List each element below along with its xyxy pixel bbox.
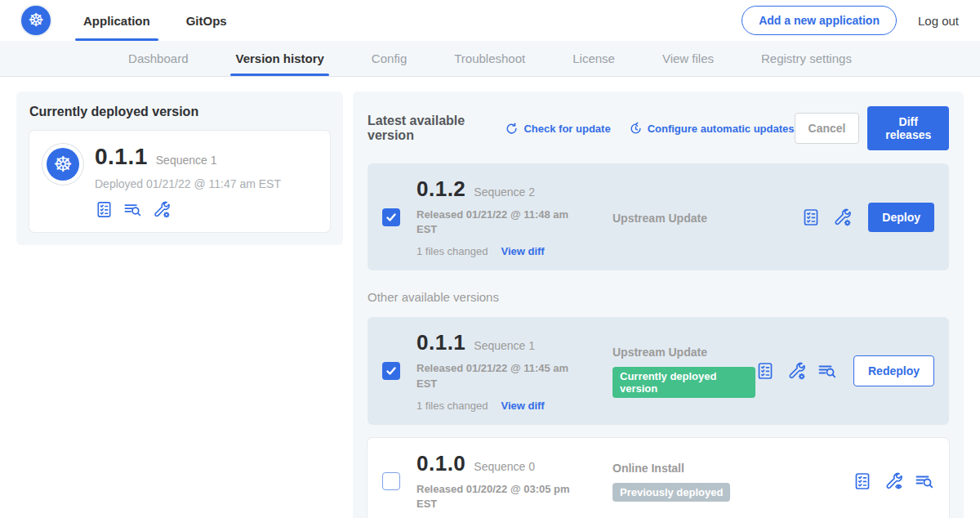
app-sub-nav: DashboardVersion historyConfigTroublesho… bbox=[0, 41, 980, 77]
other-available-versions-title: Other available versions bbox=[368, 290, 949, 304]
version-status-badge: Previously deployed bbox=[612, 483, 730, 502]
tab-dashboard[interactable]: Dashboard bbox=[128, 41, 188, 76]
tab-registry-settings[interactable]: Registry settings bbox=[761, 41, 852, 76]
version-source-label: Online Install bbox=[612, 462, 853, 475]
version-actions-column: Redeploy bbox=[755, 355, 934, 386]
version-line: 0.1.2 Sequence 2 bbox=[416, 176, 612, 202]
version-icons bbox=[853, 471, 934, 491]
version-main-column: 0.1.1 Sequence 1 Released 01/21/22 @ 11:… bbox=[416, 330, 612, 411]
version-released-timestamp: Released 01/21/22 @ 11:45 am EST bbox=[416, 361, 580, 391]
version-line: 0.1.1 Sequence 1 bbox=[416, 330, 612, 355]
version-source-column: Upstream Update Currently deployed versi… bbox=[612, 344, 755, 398]
version-number: 0.1.1 bbox=[416, 330, 466, 355]
refresh-icon bbox=[505, 122, 519, 136]
config-gear-icon[interactable] bbox=[832, 208, 852, 227]
version-released-timestamp: Released 01/20/22 @ 03:05 pm EST bbox=[416, 482, 580, 511]
deployed-version-card: ☸ 0.1.1 Sequence 1 Deployed 01/21/22 @ 1… bbox=[29, 131, 330, 232]
check-for-update-label: Check for update bbox=[523, 123, 610, 135]
latest-available-title: Latest available version bbox=[368, 114, 487, 143]
version-status-badge: Currently deployed version bbox=[612, 367, 755, 398]
version-select-checkbox[interactable] bbox=[382, 208, 400, 226]
add-new-application-button[interactable]: Add a new application bbox=[742, 6, 897, 35]
tab-troubleshoot[interactable]: Troubleshoot bbox=[454, 41, 525, 76]
config-gear-icon[interactable] bbox=[152, 200, 171, 219]
version-actions-column bbox=[853, 471, 934, 491]
version-source-label: Upstream Update bbox=[612, 212, 801, 225]
release-notes-icon[interactable] bbox=[95, 200, 114, 219]
version-select-checkbox[interactable] bbox=[382, 472, 400, 490]
version-row[interactable]: 0.1.1 Sequence 1 Released 01/21/22 @ 11:… bbox=[368, 317, 949, 424]
kubernetes-app-icon: ☸ bbox=[47, 148, 79, 181]
version-files-line: 1 files changed View diff bbox=[416, 245, 612, 257]
kubernetes-logo: ☸ bbox=[21, 6, 51, 35]
version-line: 0.1.0 Sequence 0 bbox=[416, 451, 612, 476]
version-source-column: Upstream Update bbox=[612, 210, 801, 225]
kubernetes-wheel-icon: ☸ bbox=[28, 11, 44, 29]
version-icons bbox=[755, 361, 837, 381]
currently-deployed-title: Currently deployed version bbox=[29, 105, 330, 119]
cancel-button[interactable]: Cancel bbox=[795, 113, 860, 144]
top-tab-gitops[interactable]: GitOps bbox=[186, 0, 227, 41]
tab-config[interactable]: Config bbox=[372, 41, 407, 76]
version-select-checkbox[interactable] bbox=[382, 362, 400, 380]
version-row[interactable]: 0.1.0 Sequence 0 Released 01/20/22 @ 03:… bbox=[368, 438, 949, 518]
schedule-update-icon bbox=[629, 122, 643, 136]
app-icon-badge: ☸ bbox=[42, 144, 83, 185]
version-icons bbox=[801, 208, 852, 227]
deployed-version-number: 0.1.1 bbox=[95, 144, 148, 170]
release-notes-icon[interactable] bbox=[755, 361, 775, 381]
version-row[interactable]: 0.1.2 Sequence 2 Released 01/21/22 @ 11:… bbox=[368, 163, 949, 270]
version-number: 0.1.2 bbox=[416, 176, 466, 202]
deployed-timestamp: Deployed 01/21/22 @ 11:47 am EST bbox=[95, 177, 281, 190]
deployed-version-details: 0.1.1 Sequence 1 Deployed 01/21/22 @ 11:… bbox=[95, 144, 281, 219]
check-for-update-link[interactable]: Check for update bbox=[505, 122, 610, 136]
config-eye-icon[interactable] bbox=[884, 471, 903, 491]
deployed-version-actions bbox=[95, 200, 281, 219]
configure-automatic-updates-label: Configure automatic updates bbox=[648, 123, 795, 135]
version-released-timestamp: Released 01/21/22 @ 11:48 am EST bbox=[416, 208, 580, 237]
logs-icon[interactable] bbox=[817, 361, 837, 381]
files-changed-label: 1 files changed bbox=[416, 245, 488, 257]
version-files-line: 1 files changed View diff bbox=[416, 400, 612, 412]
top-tab-application[interactable]: Application bbox=[83, 0, 150, 41]
tab-view-files[interactable]: View files bbox=[662, 41, 714, 76]
logs-icon[interactable] bbox=[123, 200, 142, 219]
main-content: Currently deployed version ☸ 0.1.1 Seque… bbox=[0, 77, 980, 518]
configure-automatic-updates-link[interactable]: Configure automatic updates bbox=[629, 122, 795, 136]
top-nav-tabs: ApplicationGitOps bbox=[83, 0, 263, 41]
version-source-label: Upstream Update bbox=[612, 346, 755, 359]
currently-deployed-panel: Currently deployed version ☸ 0.1.1 Seque… bbox=[16, 92, 343, 245]
version-number: 0.1.0 bbox=[416, 451, 466, 476]
files-changed-label: 1 files changed bbox=[416, 400, 488, 412]
other-versions-list: 0.1.1 Sequence 1 Released 01/21/22 @ 11:… bbox=[368, 317, 949, 518]
log-out-link[interactable]: Log out bbox=[918, 14, 959, 28]
release-notes-icon[interactable] bbox=[801, 208, 821, 227]
tab-version-history[interactable]: Version history bbox=[235, 41, 323, 76]
deployed-version-sequence: Sequence 1 bbox=[156, 154, 217, 167]
top-nav-right: Add a new application Log out bbox=[742, 6, 959, 35]
version-sequence: Sequence 0 bbox=[474, 460, 535, 473]
config-gear-icon[interactable] bbox=[786, 361, 806, 381]
version-main-column: 0.1.2 Sequence 2 Released 01/21/22 @ 11:… bbox=[416, 176, 612, 257]
deployed-version-line: 0.1.1 Sequence 1 bbox=[95, 144, 281, 170]
version-sequence: Sequence 1 bbox=[474, 339, 535, 352]
view-diff-link[interactable]: View diff bbox=[501, 245, 544, 257]
redeploy-button[interactable]: Redeploy bbox=[853, 355, 934, 386]
diff-releases-button[interactable]: Diff releases bbox=[867, 106, 949, 150]
version-source-column: Online Install Previously deployed bbox=[612, 460, 853, 502]
release-notes-icon[interactable] bbox=[853, 471, 872, 491]
deploy-button[interactable]: Deploy bbox=[868, 203, 934, 232]
tab-license[interactable]: License bbox=[572, 41, 615, 76]
top-nav: ☸ ApplicationGitOps Add a new applicatio… bbox=[0, 0, 980, 41]
view-diff-link[interactable]: View diff bbox=[501, 400, 544, 412]
available-versions-header: Latest available version Check for updat… bbox=[368, 106, 949, 150]
version-actions-column: Deploy bbox=[801, 203, 934, 232]
version-sequence: Sequence 2 bbox=[474, 185, 535, 199]
logs-icon[interactable] bbox=[915, 471, 934, 491]
version-main-column: 0.1.0 Sequence 0 Released 01/20/22 @ 03:… bbox=[416, 451, 612, 511]
latest-version-list: 0.1.2 Sequence 2 Released 01/21/22 @ 11:… bbox=[368, 163, 949, 270]
available-versions-panel: Latest available version Check for updat… bbox=[353, 92, 964, 518]
